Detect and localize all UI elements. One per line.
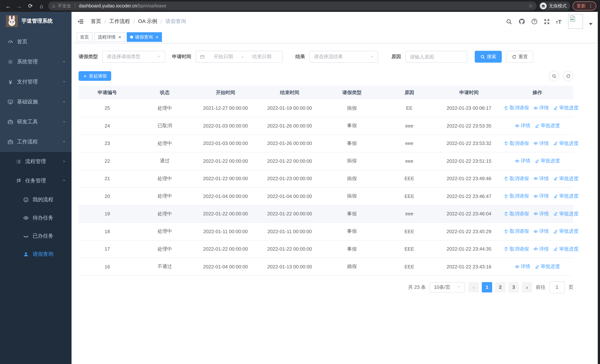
action-detail-link[interactable]: 详情 [533,210,549,217]
sidebar-item-done-task[interactable]: 已办任务 [0,227,72,245]
action-detail-link[interactable]: 详情 [533,175,549,182]
action-progress-link[interactable]: 审批进度 [553,246,579,252]
tab-process-detail[interactable]: 流程详情✕ [94,32,125,42]
breadcrumb-separator: / [160,19,162,24]
action-progress-link[interactable]: 审批进度 [535,158,560,164]
page-buttons: 123 [482,282,519,292]
action-detail-link[interactable]: 详情 [533,246,549,252]
eye-icon [533,176,538,181]
home-icon[interactable]: ⌂ [37,1,46,10]
action-progress-link[interactable]: 审批进度 [553,193,579,199]
github-icon[interactable] [518,18,525,25]
breadcrumb-item[interactable]: 工作流程 [109,18,130,25]
breadcrumb-item[interactable]: 首页 [91,18,101,25]
date-end-placeholder: 结束日期 [245,53,279,60]
action-progress-link[interactable]: 审批进度 [553,210,579,217]
address-bar[interactable]: ⚠ 不安全 dashboard.yudao.iocoder.cn/bpm/oa/… [48,1,537,10]
goto-label: 前往 [536,284,545,290]
sidebar-item-leave-query[interactable]: 请假查询 [0,245,72,263]
leave-type-select[interactable]: 请选择请假类型 [102,51,165,63]
action-cancel-link[interactable]: 取消请假 [504,105,529,111]
action-detail-link[interactable]: 详情 [515,263,530,270]
browser-menu-icon[interactable]: ⋮ [589,3,593,9]
logo-row: 芋道管理系统 [0,12,72,30]
sidebar-item-infra[interactable]: 基础设施 [0,92,72,112]
next-page-button[interactable]: › [522,282,532,292]
avatar[interactable] [568,14,583,29]
tab-leave-query[interactable]: 请假查询✕ [127,32,162,42]
page-size-select[interactable]: 10条/页 [430,282,465,292]
action-progress-link[interactable]: 审批进度 [553,105,579,111]
action-detail-link[interactable]: 详情 [515,122,530,129]
close-icon[interactable]: ✕ [155,35,159,39]
reason-input[interactable] [405,51,467,63]
create-leave-button[interactable]: 发起请假 [79,71,111,81]
action-cancel-link[interactable]: 取消请假 [504,193,529,199]
action-progress-link[interactable]: 审批进度 [535,263,560,270]
sidebar-item-workflow[interactable]: 工作流程 [0,132,72,152]
sidebar-item-todo-task[interactable]: 待办任务 [0,209,72,227]
table-refresh-button[interactable] [563,71,573,81]
forward-icon[interactable]: → [15,1,24,10]
font-size-icon[interactable]: TT [556,18,562,25]
chevron-down-icon[interactable] [589,23,593,25]
tab-home[interactable]: 首页 [77,32,92,42]
eye-icon [533,194,538,198]
action-cancel-link[interactable]: 取消请假 [504,210,529,217]
sidebar-collapse-icon[interactable] [77,18,85,26]
action-detail-link[interactable]: 详情 [533,140,549,147]
fullscreen-icon[interactable] [543,18,551,25]
action-progress-link[interactable]: 审批进度 [553,140,579,147]
page-button-1[interactable]: 1 [482,282,492,292]
sidebar-item-process-mgmt[interactable]: 流程管理 [0,152,72,171]
action-progress-link[interactable]: 审批进度 [553,228,579,235]
reload-icon[interactable]: ⟳ [26,1,35,10]
page-button-3[interactable]: 3 [508,282,519,292]
window-scrollbar[interactable] [598,12,600,364]
action-cancel-link[interactable]: 取消请假 [504,228,529,235]
bookmark-star-icon[interactable]: ☆ [528,3,533,9]
action-detail-link[interactable]: 详情 [533,228,549,235]
action-cancel-link[interactable]: 取消请假 [504,246,529,252]
table-header: 申请编号状态开始时间结束时间请假类型原因申请时间操作 [79,86,573,99]
help-icon[interactable] [531,18,538,25]
search-icon[interactable] [505,18,513,25]
action-detail-link[interactable]: 详情 [515,158,530,164]
page-button-2[interactable]: 2 [495,282,506,292]
action-label: 详情 [539,175,549,182]
action-cancel-link[interactable]: 取消请假 [504,175,529,182]
cell-actions: 详情审批进度 [501,117,573,135]
reset-button[interactable]: 重置 [506,51,533,63]
breadcrumb-item[interactable]: OA 示例 [138,18,157,25]
table-row: 22通过2022-01-22 00:00:002022-01-22 00:00:… [79,152,573,170]
result-select[interactable]: 请选择流结果 [309,51,378,63]
update-button[interactable]: 更新 ⋮ [572,1,596,10]
action-detail-link[interactable]: 详情 [533,193,549,199]
prev-page-button[interactable]: ‹ [469,282,479,292]
total-count: 共 23 条 [408,284,426,290]
cell-end: 2022-01-26 00:00:00 [258,117,322,135]
table-row: 25处理中2021-12-27 00:00:002022-01-19 00:00… [79,99,573,117]
action-label: 取消请假 [510,193,529,199]
goto-page-input[interactable] [549,281,565,293]
close-icon[interactable]: ✕ [118,35,121,39]
sidebar-item-task-mgmt[interactable]: 任务管理 [0,171,72,191]
search-button[interactable]: 搜索 [475,51,502,63]
apply-time-range-picker[interactable]: 开始日期 - 结束日期 [196,51,283,63]
sidebar-item-system[interactable]: 系统管理 [0,52,72,72]
chevron-down-icon [62,159,66,165]
action-progress-link[interactable]: 审批进度 [535,122,560,129]
table-search-toggle-button[interactable] [549,71,559,81]
cell-actions: 取消请假详情审批进度 [501,99,573,117]
action-cancel-link[interactable]: 取消请假 [504,140,529,147]
action-progress-link[interactable]: 审批进度 [553,175,579,182]
action-detail-link[interactable]: 详情 [533,105,549,111]
cell-id: 20 [79,187,136,205]
sidebar-item-home[interactable]: 首页 [0,32,72,52]
sidebar-item-my-process[interactable]: 我的流程 [0,191,72,209]
cell-type: 事假 [322,223,382,240]
action-label: 取消请假 [510,175,529,182]
sidebar-item-devtools[interactable]: 研发工具 [0,112,72,132]
sidebar-item-payment[interactable]: ¥支付管理 [0,72,72,92]
back-icon[interactable]: ← [4,1,13,10]
